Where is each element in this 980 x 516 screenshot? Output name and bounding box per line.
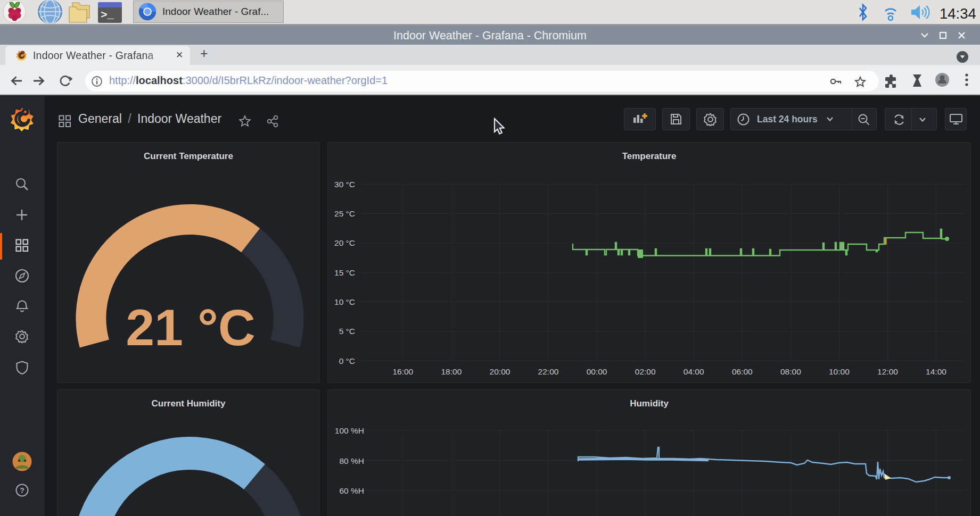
svg-text:80 %H: 80 %H (339, 456, 364, 465)
svg-text:22:00: 22:00 (538, 367, 559, 376)
svg-text:30 °C: 30 °C (334, 180, 355, 189)
svg-text:>_: >_ (101, 9, 114, 21)
svg-text:04:00: 04:00 (683, 367, 704, 376)
svg-text:10:00: 10:00 (829, 367, 850, 376)
svg-text:20:00: 20:00 (490, 367, 510, 376)
svg-text:10 °C: 10 °C (334, 297, 355, 306)
svg-text:100 %H: 100 %H (335, 426, 364, 435)
svg-text:06:00: 06:00 (732, 367, 753, 376)
svg-text:18:00: 18:00 (441, 367, 462, 376)
svg-text:02:00: 02:00 (635, 367, 656, 376)
svg-text:12:00: 12:00 (877, 367, 898, 376)
svg-text:14:34: 14:34 (940, 5, 976, 21)
svg-text:25 °C: 25 °C (334, 209, 355, 218)
svg-text:60 %H: 60 %H (339, 486, 364, 495)
svg-text:00:00: 00:00 (587, 367, 607, 376)
svg-text:20 °C: 20 °C (334, 238, 355, 247)
svg-text:0 °C: 0 °C (339, 356, 355, 365)
svg-text:15 °C: 15 °C (334, 268, 355, 277)
svg-text:08:00: 08:00 (780, 367, 801, 376)
svg-text:21 °C: 21 °C (126, 298, 256, 356)
svg-text:14:00: 14:00 (926, 367, 946, 376)
svg-text:?: ? (20, 486, 24, 495)
svg-text:16:00: 16:00 (392, 367, 413, 376)
svg-text:5 °C: 5 °C (339, 327, 355, 336)
